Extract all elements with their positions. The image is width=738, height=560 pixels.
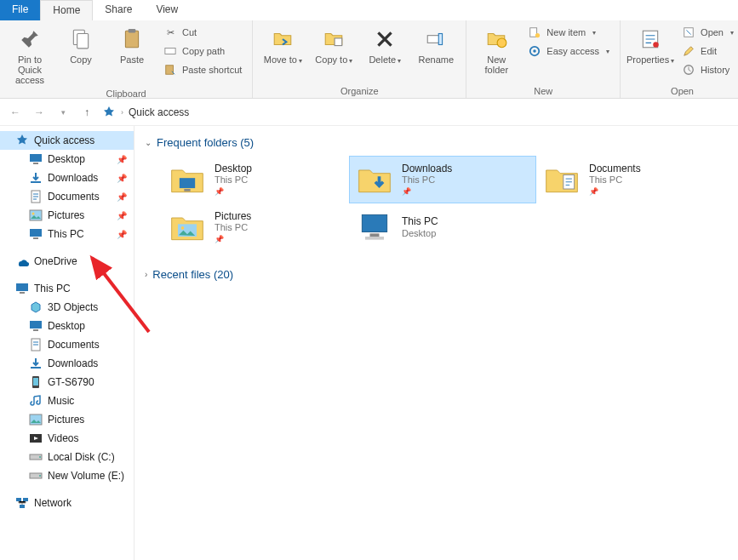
content-pane: ⌄ Frequent folders (5) Desktop This PC 📌 [134, 126, 738, 560]
paste-button[interactable]: Paste [109, 24, 155, 66]
copy-icon [67, 26, 94, 53]
3d-objects-icon [29, 300, 43, 314]
sidebar-quick-access[interactable]: Quick access [0, 131, 134, 150]
svg-rect-52 [20, 505, 25, 508]
sidebar-item-new-volume-e[interactable]: New Volume (E:) [0, 466, 134, 485]
svg-rect-51 [23, 498, 28, 501]
edit-icon [682, 44, 695, 58]
svg-rect-38 [20, 292, 25, 294]
desktop-icon [29, 319, 43, 333]
network-icon [15, 496, 29, 510]
sidebar-item-desktop[interactable]: Desktop 📌 [0, 150, 134, 169]
pin-icon: 📌 [117, 174, 127, 183]
svg-rect-39 [30, 321, 42, 329]
svg-rect-33 [30, 210, 42, 220]
properties-icon [637, 26, 664, 53]
breadcrumb[interactable]: › Quick access [102, 106, 189, 119]
svg-rect-4 [165, 49, 175, 54]
downloads-folder-icon [356, 161, 393, 198]
svg-rect-58 [362, 214, 386, 231]
sidebar-item-music[interactable]: Music [0, 391, 134, 410]
sidebar-onedrive[interactable]: OneDrive [0, 252, 134, 271]
svg-point-49 [39, 475, 41, 477]
downloads-icon [29, 357, 43, 370]
back-button[interactable]: ← [7, 104, 24, 121]
sidebar-item-gt-s6790[interactable]: GT-S6790 [0, 373, 134, 391]
new-folder-icon [483, 26, 510, 53]
navigation-pane[interactable]: Quick access Desktop 📌 Downloads 📌 Docum… [0, 126, 134, 560]
this-pc-big-icon [356, 209, 393, 246]
up-button[interactable]: ↑ [78, 104, 95, 121]
chevron-down-icon: ⌄ [145, 138, 152, 147]
svg-rect-8 [439, 34, 443, 45]
sidebar-item-local-disk-c[interactable]: Local Disk (C:) [0, 448, 134, 466]
rename-button[interactable]: Rename [413, 24, 459, 66]
recent-locations-button[interactable]: ▾ [54, 104, 72, 121]
ribbon-group-open: Properties▾ Open▾ Edit [621, 20, 738, 98]
pin-icon: 📌 [117, 192, 127, 202]
pin-icon: 📌 [117, 155, 127, 164]
downloads-icon [29, 171, 43, 185]
pin-quick-access-button[interactable]: Pin to Quick access [7, 24, 53, 87]
folder-desktop[interactable]: Desktop This PC 📌 [162, 156, 349, 203]
this-pc-icon [15, 282, 29, 295]
pin-icon: 📌 [117, 230, 127, 239]
easy-access-button[interactable]: Easy access▾ [524, 43, 613, 60]
tab-file[interactable]: File [0, 0, 40, 20]
move-to-icon [269, 26, 296, 53]
phone-icon [29, 375, 43, 389]
sidebar-this-pc[interactable]: This PC [0, 279, 134, 298]
videos-icon [29, 431, 43, 445]
edit-button[interactable]: Edit [678, 43, 737, 60]
svg-point-34 [32, 213, 35, 215]
recent-files-header[interactable]: › Recent files (20) [145, 265, 728, 288]
new-item-button[interactable]: New item▾ [524, 24, 613, 41]
svg-rect-60 [365, 237, 384, 240]
tab-home[interactable]: Home [40, 0, 93, 20]
sidebar-item-desktop-tp[interactable]: Desktop [0, 317, 134, 335]
move-to-button[interactable]: Move to▾ [260, 24, 306, 67]
sidebar-item-3d-objects[interactable]: 3D Objects [0, 298, 134, 317]
copy-path-button[interactable]: Copy path [160, 43, 245, 60]
copy-to-button[interactable]: Copy to▾ [311, 24, 357, 67]
pictures-folder-icon [169, 209, 206, 246]
folder-documents[interactable]: Documents This PC 📌 [536, 156, 724, 203]
tab-share[interactable]: Share [93, 0, 144, 20]
frequent-folders-header[interactable]: ⌄ Frequent folders (5) [145, 133, 728, 156]
svg-point-15 [653, 42, 659, 48]
delete-icon [371, 26, 398, 53]
sidebar-item-pictures-tp[interactable]: Pictures [0, 410, 134, 429]
sidebar-item-pictures[interactable]: Pictures 📌 [0, 206, 134, 225]
easy-access-icon [528, 44, 541, 58]
pin-icon: 📌 [589, 187, 641, 197]
folder-this-pc[interactable]: This PC Desktop [349, 203, 536, 251]
sidebar-item-this-pc-qa[interactable]: This PC 📌 [0, 225, 134, 243]
quick-access-star-icon [15, 134, 29, 147]
cut-button[interactable]: ✂ Cut [160, 24, 245, 41]
paste-shortcut-button[interactable]: Paste shortcut [160, 61, 245, 78]
quick-access-icon [102, 106, 116, 119]
tab-view[interactable]: View [144, 0, 190, 20]
sidebar-item-documents[interactable]: Documents 📌 [0, 187, 134, 206]
copy-button[interactable]: Copy [58, 24, 104, 66]
open-button[interactable]: Open▾ [678, 24, 737, 41]
cut-icon: ✂ [163, 26, 177, 39]
delete-button[interactable]: Delete▾ [362, 24, 408, 67]
properties-button[interactable]: Properties▾ [627, 24, 673, 67]
folder-pictures[interactable]: Pictures This PC 📌 [162, 203, 349, 251]
sidebar-item-downloads[interactable]: Downloads 📌 [0, 169, 134, 187]
sidebar-item-videos[interactable]: Videos [0, 429, 134, 448]
paste-shortcut-icon [163, 63, 177, 77]
folder-downloads[interactable]: Downloads This PC 📌 [349, 156, 536, 203]
pin-icon: 📌 [215, 235, 251, 244]
history-button[interactable]: History [678, 61, 737, 78]
svg-rect-2 [125, 31, 138, 48]
onedrive-icon [15, 254, 29, 268]
forward-button[interactable]: → [31, 104, 48, 121]
sidebar-item-documents-tp[interactable]: Documents [0, 335, 134, 354]
sidebar-network[interactable]: Network [0, 494, 134, 512]
svg-rect-54 [184, 189, 190, 191]
frequent-folders-grid: Desktop This PC 📌 Downloads This PC 📌 [145, 156, 728, 251]
sidebar-item-downloads-tp[interactable]: Downloads [0, 354, 134, 373]
new-folder-button[interactable]: New folder [473, 24, 519, 77]
